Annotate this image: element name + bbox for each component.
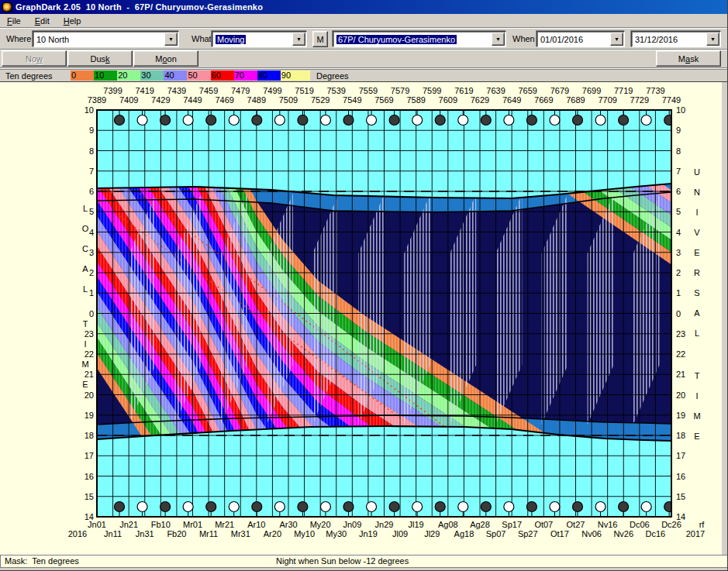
universal-time-label: 9 <box>676 126 681 135</box>
new-moon-icon <box>664 502 675 512</box>
menu-file[interactable]: File <box>0 15 28 26</box>
right-axis-title-letter: I <box>695 208 698 217</box>
full-moon-icon <box>320 115 330 126</box>
date-label: Sp17 <box>502 520 522 529</box>
full-moon-icon <box>137 115 147 126</box>
universal-time-label: 19 <box>676 411 685 420</box>
full-moon-icon <box>367 502 377 512</box>
date-label: Jn21 <box>119 520 138 529</box>
universal-time-label: 22 <box>676 349 685 359</box>
top-axis-tick: 7439 <box>167 86 186 95</box>
top-axis-tick: 7729 <box>630 95 649 105</box>
legend-tick-label: 40 <box>164 71 174 80</box>
full-moon-icon <box>229 115 239 126</box>
date-label: Ot27 <box>567 520 585 529</box>
top-axis-tick: 7629 <box>471 95 489 105</box>
mask-button[interactable]: Mask <box>656 50 721 67</box>
m-button[interactable]: M <box>312 31 328 47</box>
title-bar[interactable]: GraphDark 2.05 10 North - 67P/ Churyumov… <box>0 0 728 14</box>
what-combobox[interactable]: Moving ▼ <box>212 31 307 47</box>
button-row: Now Dusk Moon Mask <box>0 50 728 68</box>
new-moon-icon <box>481 115 491 126</box>
right-axis-title-letter: V <box>694 228 700 237</box>
top-axis-tick: 7589 <box>406 95 425 105</box>
full-moon-icon <box>550 502 560 512</box>
date-label: Jn19 <box>359 529 378 538</box>
legend-tick-label: 50 <box>188 71 197 80</box>
full-moon-icon <box>458 115 468 126</box>
date-label: Jl29 <box>424 529 440 538</box>
date-label: Sp27 <box>518 529 538 538</box>
new-moon-icon <box>435 502 445 512</box>
universal-time-label: 23 <box>676 329 685 339</box>
menu-edit[interactable]: Edit <box>28 15 57 26</box>
menu-bar: File Edit Help <box>0 14 728 28</box>
top-axis-tick: 7539 <box>327 86 346 95</box>
right-axis-title-letter: E <box>694 432 699 441</box>
top-axis-tick: 7749 <box>662 95 681 105</box>
date-label: My30 <box>326 529 347 538</box>
chart-area: 7389739974097419742974397449745974697479… <box>0 82 722 555</box>
top-axis-tick: 7519 <box>295 86 313 95</box>
new-moon-icon <box>343 502 354 512</box>
legend-unit-label: Degrees <box>316 71 349 81</box>
moon-button[interactable]: Moon <box>133 50 198 67</box>
top-axis-tick: 7719 <box>614 86 633 95</box>
right-axis-title-letter: L <box>695 328 699 338</box>
date-end-dropdown-arrow-icon[interactable]: ▼ <box>706 33 719 46</box>
status-bar: Mask: Ten degrees Night when Sun below -… <box>0 555 728 568</box>
new-moon-icon <box>252 115 262 126</box>
target-dropdown-arrow-icon[interactable]: ▼ <box>492 33 505 46</box>
where-dropdown-arrow-icon[interactable]: ▼ <box>164 33 178 46</box>
what-dropdown-arrow-icon[interactable]: ▼ <box>292 33 305 46</box>
date-label: Nv06 <box>581 529 602 538</box>
date-label: My10 <box>294 529 315 538</box>
full-moon-icon <box>595 115 606 126</box>
now-button[interactable]: Now <box>2 50 67 67</box>
darkness-chart[interactable]: 7389739974097419742974397449745974697479… <box>0 82 722 555</box>
top-axis-tick: 7499 <box>263 86 281 95</box>
local-time-label: 7 <box>89 167 94 176</box>
local-time-label: 5 <box>89 207 94 216</box>
universal-time-label: 7 <box>676 167 681 176</box>
right-axis-title-letter: E <box>694 248 699 257</box>
date-end-combobox[interactable]: 31/12/2016 ▼ <box>631 31 721 47</box>
universal-time-label: 5 <box>676 207 681 216</box>
new-moon-icon <box>160 115 171 126</box>
new-moon-icon <box>343 115 354 126</box>
new-moon-icon <box>298 502 308 512</box>
right-axis-title-letter: R <box>694 268 700 277</box>
date-label: Jl19 <box>409 520 424 529</box>
start-year-label: 2016 <box>68 529 87 538</box>
local-time-label: 10 <box>85 105 94 115</box>
universal-time-label: 14 <box>676 512 685 521</box>
new-moon-icon <box>252 502 262 512</box>
top-axis-tick: 7459 <box>199 86 218 95</box>
new-moon-icon <box>160 502 171 512</box>
date-start-combobox[interactable]: 01/01/2016 ▼ <box>537 31 625 47</box>
legend-tick-label: 20 <box>118 71 127 80</box>
legend-color-bar: 0102030405060708090 <box>71 71 310 81</box>
legend-row: Ten degrees 0102030405060708090 Degrees <box>0 69 728 82</box>
universal-time-label: 0 <box>676 309 681 318</box>
full-moon-icon <box>367 115 377 126</box>
local-time-label: 9 <box>89 126 94 135</box>
full-moon-icon <box>320 502 330 512</box>
new-moon-icon <box>664 115 675 126</box>
top-axis-tick: 7579 <box>391 86 409 95</box>
right-axis-title-letter: U <box>694 167 700 177</box>
top-axis-tick: 7419 <box>136 86 154 95</box>
full-moon-icon <box>641 115 651 126</box>
local-time-label: 17 <box>85 451 94 460</box>
local-time-label: 15 <box>85 492 94 501</box>
universal-time-label: 6 <box>676 187 681 196</box>
new-moon-icon <box>115 115 125 126</box>
left-axis-title-letter: T <box>83 319 88 328</box>
menu-help[interactable]: Help <box>57 15 88 26</box>
target-combobox[interactable]: 67P/ Churyumov-Gerasimenko ▼ <box>333 31 506 47</box>
dusk-button[interactable]: Dusk <box>67 50 133 67</box>
legend-segment: 20 <box>117 71 140 81</box>
date-start-dropdown-arrow-icon[interactable]: ▼ <box>610 33 623 46</box>
where-combobox[interactable]: 10 North ▼ <box>33 31 179 47</box>
full-moon-icon <box>229 502 239 512</box>
